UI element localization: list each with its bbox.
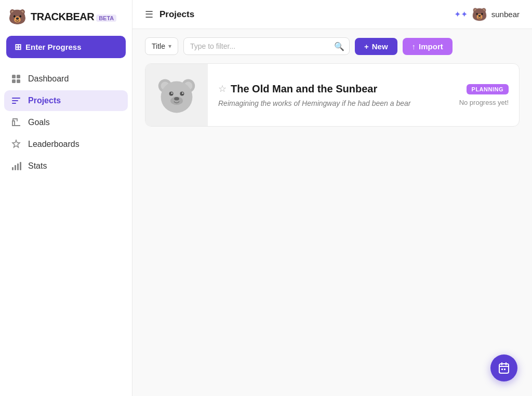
svg-rect-1 [17,75,20,78]
project-title: The Old Man and the Sunbear [231,83,377,95]
progress-text: No progress yet! [459,99,509,106]
svg-rect-3 [17,79,20,83]
logo-beta: BETA [96,15,116,22]
project-thumbnail [145,64,208,126]
import-label: Import [419,42,443,51]
sidebar-label-leaderboards: Leaderboards [28,140,79,149]
user-avatar-area[interactable]: 🐻 sunbear [472,7,520,22]
search-icon: 🔍 [334,42,344,51]
status-badge: PLANNING [467,84,509,94]
leaderboards-icon [10,139,22,149]
sidebar-label-stats: Stats [28,161,47,171]
sort-label: Title [152,42,165,50]
toolbar: Title ▾ 🔍 + New ↑ Import [132,29,532,63]
svg-rect-6 [12,103,16,104]
sidebar-label-projects: Projects [28,96,61,105]
svg-point-18 [171,92,172,93]
svg-point-17 [180,92,184,96]
bear-face-svg [156,74,197,116]
nav-menu: Dashboard Projects [0,69,132,176]
new-label: New [372,42,388,51]
filter-input-wrap: 🔍 [183,37,350,55]
svg-rect-10 [20,162,21,170]
enter-progress-label: Enter Progress [25,43,82,51]
logo-text: TRACKBEAR [31,11,94,23]
main-content: ☰ Projects ✦✦ 🐻 sunbear Title ▾ 🔍 + New … [132,0,532,396]
filter-input[interactable] [183,37,350,55]
fab-button[interactable] [490,354,517,381]
project-description: Reimagining the works of Hemingway if he… [218,99,438,107]
logo-area: 🐻 TRACKBEAR BETA [0,8,132,36]
stats-icon [10,161,22,171]
logo-bear-emoji: 🐻 [8,8,26,25]
svg-rect-9 [17,163,19,170]
import-button[interactable]: ↑ Import [403,38,453,55]
username: sunbear [491,10,520,19]
chevron-down-icon: ▾ [168,43,171,50]
sidebar-item-stats[interactable]: Stats [4,156,128,176]
project-card[interactable]: ☆ The Old Man and the Sunbear Reimaginin… [145,63,520,127]
sidebar-label-goals: Goals [28,118,50,127]
enter-progress-icon: ⊞ [15,42,21,52]
topbar: ☰ Projects ✦✦ 🐻 sunbear [132,0,532,29]
user-avatar: 🐻 [472,7,487,22]
sort-dropdown[interactable]: Title ▾ [145,37,178,55]
svg-rect-24 [504,368,506,370]
svg-point-19 [182,92,183,93]
calendar-icon [498,362,510,374]
sidebar-item-projects[interactable]: Projects [4,90,128,111]
new-plus-icon: + [364,42,369,51]
svg-rect-22 [499,364,509,373]
goals-icon [10,117,22,128]
sidebar-item-goals[interactable]: Goals [4,112,128,133]
project-meta: PLANNING No progress yet! [449,75,519,116]
sidebar-item-dashboard[interactable]: Dashboard [4,69,128,89]
enter-progress-button[interactable]: ⊞ Enter Progress [6,36,126,58]
hamburger-icon[interactable]: ☰ [145,9,153,20]
project-info: ☆ The Old Man and the Sunbear Reimaginin… [208,74,449,117]
projects-icon [10,95,22,106]
new-button[interactable]: + New [355,38,397,55]
sparkle-icon: ✦✦ [454,9,468,19]
svg-rect-7 [12,167,14,170]
svg-rect-23 [501,368,503,370]
sidebar-label-dashboard: Dashboard [28,74,69,84]
sidebar-item-leaderboards[interactable]: Leaderboards [4,134,128,155]
svg-rect-0 [12,75,16,78]
project-list: ☆ The Old Man and the Sunbear Reimaginin… [132,63,532,396]
dashboard-icon [10,74,22,84]
svg-rect-4 [12,98,20,99]
topbar-left: ☰ Projects [145,9,194,20]
project-title-row: ☆ The Old Man and the Sunbear [218,83,438,95]
sidebar: 🐻 TRACKBEAR BETA ⊞ Enter Progress Dashbo… [0,0,132,396]
page-title: Projects [159,9,194,20]
star-icon[interactable]: ☆ [218,83,227,94]
svg-rect-2 [12,79,16,83]
svg-point-16 [169,92,174,96]
import-icon: ↑ [412,42,416,51]
svg-rect-5 [12,100,18,101]
topbar-right: ✦✦ 🐻 sunbear [454,7,520,22]
svg-point-21 [174,97,179,100]
svg-rect-8 [15,165,16,170]
